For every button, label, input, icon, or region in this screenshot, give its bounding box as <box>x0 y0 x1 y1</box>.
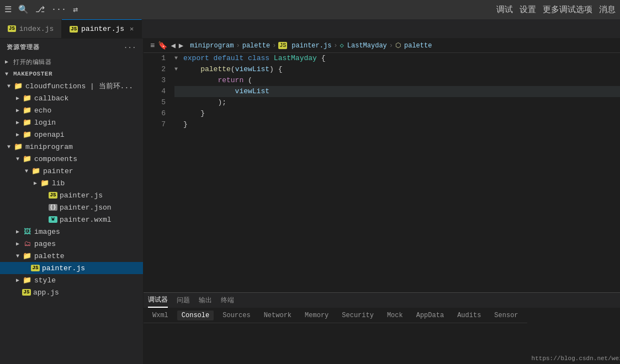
bc-method[interactable]: palette <box>404 42 432 50</box>
bottom-sub-tab-wxml[interactable]: Wxml <box>148 311 173 320</box>
bottom-tab-output[interactable]: 输出 <box>199 293 212 308</box>
bottom-tab-terminal[interactable]: 终端 <box>221 293 234 308</box>
sidebar-item-style[interactable]: ▶ 📁 style <box>0 274 143 286</box>
editor-content[interactable]: 1 2 3 4 5 6 7 ▼ export def <box>144 53 620 292</box>
app-js-icon: JS <box>22 289 31 296</box>
top-bar: ☰ 🔍 ⎇ ··· ⇄ 调试 设置 更多调试选项 消息 <box>0 0 620 19</box>
sidebar-item-painter-wxml[interactable]: W painter.wxml <box>0 213 143 226</box>
bc-miniprogram[interactable]: miniprogram <box>190 42 234 50</box>
sidebar-item-miniprogram[interactable]: ▼ 📁 miniprogram <box>0 141 143 153</box>
breadcrumb-bar: ≡ 🔖 ◀ ▶ miniprogram › palette › JS paint… <box>144 39 620 53</box>
sidebar-item-components[interactable]: ▼ 📁 components <box>0 153 143 165</box>
images-label: images <box>34 228 60 236</box>
bottom-sub-tab-audits[interactable]: Audits <box>453 311 485 320</box>
components-folder-icon: 📁 <box>22 154 32 163</box>
style-arrow: ▶ <box>13 277 22 283</box>
top-bar-left-icons: ☰ 🔍 ⎇ ··· ⇄ <box>4 4 78 15</box>
bottom-sub-tab-console[interactable]: Console <box>177 311 214 320</box>
code-lines: ▼ export default class LastMayday { ▼ pa… <box>170 53 620 292</box>
menu-icon[interactable]: ☰ <box>4 4 12 15</box>
bottom-sub-tab-security[interactable]: Security <box>337 311 378 320</box>
punct-paren3: ( <box>248 75 252 86</box>
sidebar-item-painter-folder[interactable]: ▼ 📁 painter <box>0 165 143 177</box>
sidebar-item-painter-json[interactable]: {} painter.json <box>0 201 143 213</box>
mp-arrow: ▼ <box>4 144 13 150</box>
search-icon[interactable]: 🔍 <box>18 4 29 15</box>
breadcrumb-back-icon[interactable]: ≡ <box>150 41 155 50</box>
split-icon[interactable]: ⇄ <box>73 4 78 15</box>
settings-button[interactable]: 设置 <box>520 4 536 15</box>
sidebar-more-icon[interactable]: ··· <box>124 44 136 51</box>
kw-return: return <box>183 75 248 86</box>
fold-1[interactable]: ▼ <box>174 53 181 64</box>
bc-method-icon: ⬡ <box>395 41 401 50</box>
sidebar-item-palette[interactable]: ▼ 📁 palette <box>0 250 143 262</box>
sidebar-item-pages[interactable]: ▶ 🗂 pages <box>0 238 143 250</box>
callback-folder-icon: 📁 <box>22 94 32 103</box>
sidebar-item-painter-js[interactable]: JS painter.js <box>0 189 143 201</box>
tab-painter-label: painter.js <box>81 25 124 33</box>
bottom-right-status: https://blog.csdn.net/weixin_44702572 <box>527 308 620 364</box>
debug-button[interactable]: 调试 <box>496 4 513 15</box>
status-url: https://blog.csdn.net/weixin_44702572 <box>532 355 620 362</box>
bottom-sub-tab-mock[interactable]: Mock <box>383 311 407 320</box>
breadcrumb-bookmark-icon[interactable]: 🔖 <box>158 41 167 50</box>
palette-painter-js-label: painter.js <box>42 264 85 272</box>
components-label: components <box>34 155 77 163</box>
code-line-6: ▼ } <box>174 108 620 119</box>
bottom-sub-tab-memory[interactable]: Memory <box>300 311 333 320</box>
bottom-sub-tab-sources[interactable]: Sources <box>218 311 255 320</box>
line-numbers: 1 2 3 4 5 6 7 <box>144 53 170 292</box>
bc-filename[interactable]: painter.js <box>292 42 331 50</box>
tab-index[interactable]: JS index.js <box>0 19 62 38</box>
punct-close3: } <box>183 119 188 130</box>
sidebar-item-echo[interactable]: ▶ 📁 echo <box>0 104 143 116</box>
code-line-1: ▼ export default class LastMayday { <box>174 53 620 64</box>
punct-brace1: { <box>317 53 326 64</box>
breadcrumb-next-icon[interactable]: ▶ <box>179 41 183 50</box>
message-button[interactable]: 消息 <box>599 4 616 15</box>
open-editors-arrow: ▶ <box>2 58 11 65</box>
bc-palette[interactable]: palette <box>242 42 270 50</box>
editor-main[interactable]: 1 2 3 4 5 6 7 ▼ export def <box>144 53 620 292</box>
bc-sep1: › <box>236 42 240 50</box>
cloudfunctions-folder-icon: 📁 <box>13 82 23 90</box>
sidebar-item-app-js[interactable]: JS app.js <box>0 286 143 298</box>
fn-palette: palette <box>183 64 231 75</box>
sidebar-item-callback[interactable]: ▶ 📁 callback <box>0 92 143 104</box>
sidebar-item-images[interactable]: ▶ 🖼 images <box>0 226 143 238</box>
code-line-5: ▼ ); <box>174 97 620 108</box>
painter-json-label: painter.json <box>60 204 112 212</box>
bottom-tab-debugger[interactable]: 调试器 <box>148 293 168 308</box>
sidebar-item-login[interactable]: ▶ 📁 login <box>0 116 143 129</box>
bottom-sub-tab-network[interactable]: Network <box>259 311 296 320</box>
bc-class[interactable]: LastMayday <box>347 42 387 50</box>
bottom-panel: 调试器 问题 输出 终端 Wxml Console Sources Networ… <box>144 292 620 364</box>
bottom-tab-problems[interactable]: 问题 <box>177 293 190 308</box>
miniprogram-folder-icon: 📁 <box>13 142 23 151</box>
punct-close2: } <box>183 108 205 119</box>
bottom-left: Wxml Console Sources Network Memory Secu… <box>144 308 527 364</box>
sidebar-item-palette-painter-js[interactable]: JS painter.js <box>0 262 143 274</box>
editor-container: ≡ 🔖 ◀ ▶ miniprogram › palette › JS paint… <box>144 39 620 364</box>
bc-sep2: › <box>272 42 276 50</box>
sidebar-project-name[interactable]: ▼ MAKEPOSTER <box>0 68 143 80</box>
sidebar-item-cloudfunctions[interactable]: ▼ 📁 cloudfunctions | 当前环... <box>0 80 143 92</box>
tab-close-icon[interactable]: ✕ <box>130 25 134 33</box>
style-label: style <box>34 276 56 285</box>
fold-2[interactable]: ▼ <box>174 64 181 75</box>
bc-sep4: › <box>389 42 393 50</box>
debug-options-button[interactable]: 更多调试选项 <box>543 4 592 15</box>
param-viewlist: viewList <box>235 64 269 75</box>
sidebar-item-openapi[interactable]: ▶ 📁 openapi <box>0 129 143 141</box>
sidebar-item-lib[interactable]: ▶ 📁 lib <box>0 177 143 189</box>
callback-arrow: ▶ <box>13 95 22 101</box>
tab-painter[interactable]: JS painter.js ✕ <box>62 19 142 38</box>
source-control-icon[interactable]: ⎇ <box>35 4 45 15</box>
bottom-sub-tab-appdata[interactable]: AppData <box>412 311 448 320</box>
sidebar-section-open-editors[interactable]: ▶ 打开的编辑器 <box>0 56 143 68</box>
more-icon[interactable]: ··· <box>51 5 66 14</box>
breadcrumb-prev-icon[interactable]: ◀ <box>171 41 175 50</box>
painter-json-icon: {} <box>49 204 57 211</box>
bottom-sub-tab-sensor[interactable]: Sensor <box>490 311 522 320</box>
